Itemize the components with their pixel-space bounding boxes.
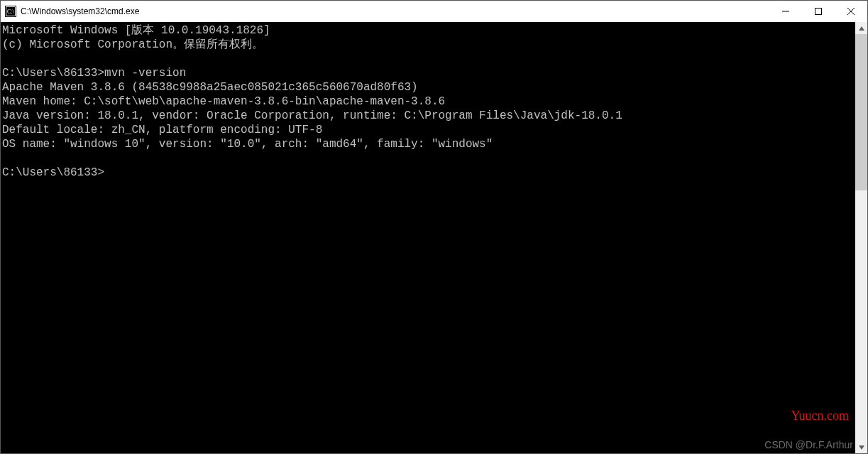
minimize-button[interactable] [769, 1, 802, 22]
scroll-track[interactable] [855, 34, 867, 441]
terminal-line [2, 52, 855, 66]
terminal-line: OS name: "windows 10", version: "10.0", … [2, 137, 855, 151]
scroll-up-button[interactable] [855, 22, 867, 34]
svg-marker-8 [859, 26, 864, 31]
terminal-output[interactable]: Microsoft Windows [版本 10.0.19043.1826](c… [1, 22, 855, 453]
svg-marker-9 [859, 445, 864, 450]
close-button[interactable] [835, 1, 867, 22]
svg-text:C:\: C:\ [7, 9, 15, 15]
scroll-down-button[interactable] [855, 441, 867, 453]
terminal-line: C:\Users\86133> [2, 166, 855, 180]
scroll-thumb[interactable] [855, 34, 867, 190]
terminal-line: (c) Microsoft Corporation。保留所有权利。 [2, 38, 855, 52]
terminal-line: Maven home: C:\soft\web\apache-maven-3.8… [2, 94, 855, 109]
svg-rect-5 [815, 9, 822, 15]
terminal-line: Java version: 18.0.1, vendor: Oracle Cor… [2, 109, 855, 123]
terminal-line: Microsoft Windows [版本 10.0.19043.1826] [2, 23, 855, 38]
terminal-line: C:\Users\86133>mvn -version [2, 66, 855, 80]
vertical-scrollbar[interactable] [855, 22, 867, 453]
maximize-button[interactable] [802, 1, 835, 22]
cmd-icon: C:\ [5, 6, 16, 17]
window-title: C:\Windows\system32\cmd.exe [21, 6, 139, 16]
terminal-line: Default locale: zh_CN, platform encoding… [2, 123, 855, 137]
terminal-line [2, 151, 855, 166]
client-area: Microsoft Windows [版本 10.0.19043.1826](c… [1, 22, 867, 453]
terminal-line: Apache Maven 3.8.6 (84538c9988a25aec0850… [2, 80, 855, 94]
titlebar[interactable]: C:\ C:\Windows\system32\cmd.exe [1, 1, 867, 22]
cmd-window: C:\ C:\Windows\system32\cmd.exe Microsof… [0, 0, 868, 454]
